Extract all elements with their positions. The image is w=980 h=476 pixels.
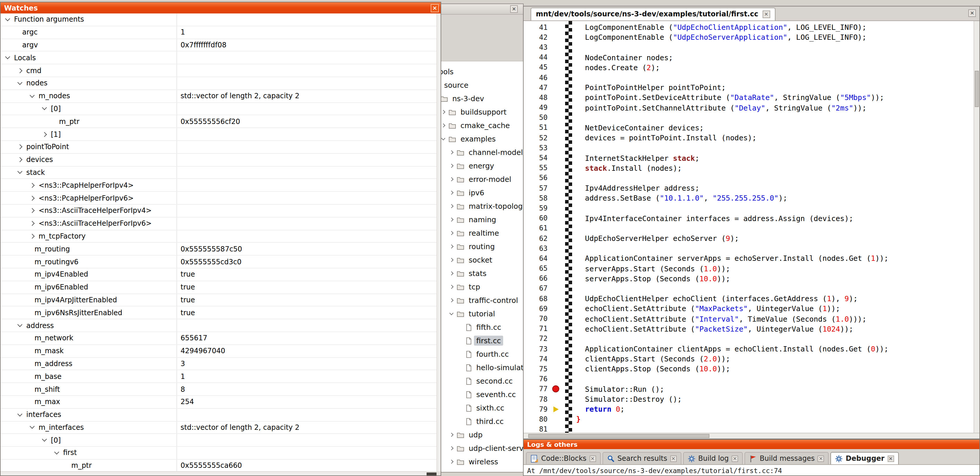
breakpoint-margin[interactable]: [552, 334, 560, 344]
breakpoint-margin[interactable]: [552, 364, 560, 374]
breakpoint-margin[interactable]: [552, 243, 560, 253]
tree-item-channel-models[interactable]: channel-models: [450, 145, 523, 159]
chevron-right-icon[interactable]: [449, 258, 453, 262]
watches-vertical-scrollbar[interactable]: [436, 13, 441, 471]
watch-row[interactable]: [0]: [1, 434, 436, 447]
chevron-down-icon[interactable]: [42, 105, 47, 110]
tree-item-sixth-cc[interactable]: sixth.cc: [458, 401, 507, 415]
chevron-right-icon[interactable]: [441, 110, 445, 114]
tree-item-fifth-cc[interactable]: fifth.cc: [458, 321, 503, 334]
chevron-right-icon[interactable]: [18, 144, 22, 149]
breakpoint-margin[interactable]: [552, 103, 560, 113]
scrollbar-thumb[interactable]: [426, 473, 436, 475]
watch-row[interactable]: m_mask4294967040: [1, 345, 436, 358]
chevron-down-icon[interactable]: [18, 322, 22, 327]
tree-item-socket[interactable]: socket: [450, 253, 495, 267]
watch-row[interactable]: pointToPoint: [1, 141, 436, 154]
tree-item-tutorial[interactable]: tutorial: [450, 307, 497, 321]
breakpoint-margin[interactable]: [552, 183, 560, 193]
watch-row[interactable]: <ns3::PcapHelperForIpv4>: [1, 179, 436, 192]
watch-row[interactable]: devices: [1, 154, 436, 167]
breakpoint-margin[interactable]: [552, 314, 560, 324]
watch-row[interactable]: m_network655617: [1, 332, 436, 345]
breakpoint-margin[interactable]: [552, 354, 560, 364]
breakpoint-margin[interactable]: [552, 414, 560, 424]
close-icon[interactable]: ×: [670, 455, 677, 462]
chevron-right-icon[interactable]: [449, 285, 453, 289]
tree-item-error-model[interactable]: error-model: [450, 173, 514, 186]
watch-row[interactable]: stack: [1, 166, 436, 179]
breakpoint-margin[interactable]: [552, 163, 560, 173]
tree-item-tcp[interactable]: tcp: [450, 280, 482, 294]
watch-row[interactable]: cmd: [1, 64, 436, 77]
chevron-right-icon[interactable]: [449, 217, 453, 222]
tree-item-ipv6[interactable]: ipv6: [450, 186, 487, 200]
watch-row[interactable]: m_shift8: [1, 383, 436, 396]
scrollbar-thumb[interactable]: [975, 71, 979, 107]
chevron-right-icon[interactable]: [449, 460, 453, 464]
watch-row[interactable]: m_ptr0x55555556cf20: [1, 115, 436, 128]
breakpoint-margin[interactable]: [552, 123, 560, 133]
tree-item-routing[interactable]: routing: [450, 240, 497, 253]
breakpoint-margin[interactable]: [552, 143, 560, 153]
breakpoint-margin[interactable]: [552, 294, 560, 303]
chevron-right-icon[interactable]: [441, 123, 445, 128]
close-icon[interactable]: ×: [968, 10, 976, 17]
watch-row[interactable]: m_routing0x555555587c50: [1, 243, 436, 256]
watch-row[interactable]: m_address3: [1, 358, 436, 371]
breakpoint-margin[interactable]: [552, 42, 560, 52]
tab-code-blocks[interactable]: Code::Blocks×: [526, 452, 600, 464]
chevron-down-icon[interactable]: [18, 80, 22, 85]
close-icon[interactable]: ×: [732, 455, 738, 462]
watch-row[interactable]: m_nodesstd::vector of length 2, capacity…: [1, 90, 436, 103]
breakpoint-margin[interactable]: [552, 83, 560, 93]
chevron-down-icon[interactable]: [18, 169, 22, 174]
chevron-down-icon[interactable]: [449, 311, 453, 315]
tab-first-cc[interactable]: mnt/dev/tools/source/ns-3-dev/examples/t…: [531, 8, 775, 21]
breakpoint-margin[interactable]: [552, 344, 560, 354]
watch-row[interactable]: address: [1, 319, 436, 332]
breakpoint-margin[interactable]: [552, 203, 560, 213]
chevron-right-icon[interactable]: [449, 164, 453, 168]
close-icon[interactable]: ×: [510, 5, 518, 13]
tree-item-wireless[interactable]: wireless: [450, 455, 501, 468]
chevron-right-icon[interactable]: [449, 150, 453, 154]
breakpoint-margin[interactable]: [552, 284, 560, 294]
tab-build-log[interactable]: Build log×: [683, 452, 743, 464]
watch-row[interactable]: m_ipv4ArpJitterEnabledtrue: [1, 294, 436, 307]
tree-item-buildsupport[interactable]: buildsupport: [442, 105, 509, 119]
tab-search-results[interactable]: Search results×: [602, 452, 681, 464]
tree-item-hello-simulator-cc[interactable]: hello-simulator.cc: [458, 361, 523, 374]
chevron-right-icon[interactable]: [449, 231, 453, 235]
breakpoint-margin[interactable]: [552, 304, 560, 314]
watch-row[interactable]: m_ipv6NsRsJitterEnabledtrue: [1, 307, 436, 319]
watch-row[interactable]: m_routingv60x5555555cd3c0: [1, 256, 436, 268]
tree-item-udp-client-server[interactable]: udp-client-server: [450, 441, 523, 455]
chevron-right-icon[interactable]: [449, 298, 453, 302]
tree-item-examples[interactable]: examples: [442, 132, 498, 145]
watch-row[interactable]: m_tcpFactory: [1, 230, 436, 243]
breakpoint-margin[interactable]: [552, 224, 560, 233]
breakpoint-margin[interactable]: [552, 153, 560, 163]
chevron-right-icon[interactable]: [449, 446, 453, 450]
breakpoint-margin[interactable]: [552, 404, 560, 414]
watch-row[interactable]: m_ipv6Enabledtrue: [1, 281, 436, 294]
tree-item-fourth-cc[interactable]: fourth.cc: [458, 347, 511, 361]
watch-row[interactable]: [0]: [1, 103, 436, 115]
tree-item-realtime[interactable]: realtime: [450, 226, 501, 240]
chevron-down-icon[interactable]: [54, 449, 59, 454]
tree-item-cmake-cache[interactable]: cmake_cache: [442, 119, 512, 132]
breakpoint-margin[interactable]: [552, 394, 560, 404]
chevron-right-icon[interactable]: [449, 204, 453, 208]
watches-horizontal-scrollbar[interactable]: [1, 471, 436, 475]
breakpoint-margin[interactable]: [552, 72, 560, 83]
tree-item-seventh-cc[interactable]: seventh.cc: [458, 388, 518, 401]
breakpoint-margin[interactable]: [552, 22, 560, 32]
tab-debugger[interactable]: Debugger×: [830, 452, 899, 464]
chevron-right-icon[interactable]: [30, 208, 35, 213]
fold-margin[interactable]: [565, 21, 572, 433]
watch-row[interactable]: <ns3::AsciiTraceHelperForIpv4>: [1, 204, 436, 217]
breakpoint-margin[interactable]: [552, 324, 560, 334]
tree-item-matrix-topology[interactable]: matrix-topology: [450, 200, 523, 213]
close-icon[interactable]: ×: [888, 455, 894, 462]
